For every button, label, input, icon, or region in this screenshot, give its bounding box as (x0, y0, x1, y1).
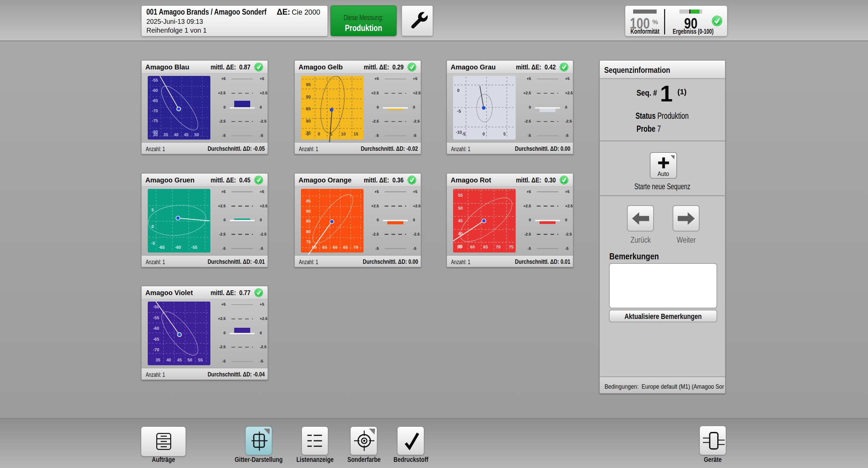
svg-text:95: 95 (306, 82, 311, 87)
svg-text:35: 35 (163, 132, 168, 137)
svg-text:85: 85 (306, 219, 311, 224)
svg-text:65: 65 (483, 245, 488, 249)
svg-text:70: 70 (496, 245, 501, 249)
svg-text:-50: -50 (153, 305, 159, 309)
svg-text:75: 75 (306, 240, 311, 244)
svg-text:55: 55 (198, 358, 203, 362)
svg-text:45: 45 (458, 219, 463, 223)
svg-text:40: 40 (174, 132, 179, 137)
svg-text:35: 35 (156, 358, 160, 362)
svg-text:80: 80 (306, 229, 311, 234)
svg-text:90: 90 (306, 95, 311, 99)
svg-text:70: 70 (354, 245, 358, 249)
svg-text:30: 30 (153, 132, 158, 137)
svg-text:0: 0 (318, 132, 320, 136)
svg-text:-75: -75 (152, 118, 158, 123)
svg-text:5: 5 (330, 132, 332, 136)
svg-text:40: 40 (458, 231, 463, 236)
svg-text:-5: -5 (151, 241, 155, 245)
svg-text:5: 5 (503, 132, 506, 136)
svg-text:0: 0 (151, 224, 154, 229)
svg-text:-60: -60 (152, 88, 158, 93)
svg-text:65: 65 (343, 245, 348, 249)
svg-text:-5: -5 (457, 109, 461, 114)
svg-text:60: 60 (470, 245, 475, 249)
svg-text:55: 55 (457, 245, 462, 249)
svg-text:60: 60 (333, 245, 337, 249)
svg-text:50: 50 (312, 245, 317, 249)
svg-text:15: 15 (354, 132, 358, 136)
svg-text:-10: -10 (456, 130, 462, 135)
svg-text:45: 45 (184, 132, 189, 137)
svg-text:-5: -5 (305, 132, 309, 136)
svg-text:50: 50 (194, 132, 199, 137)
svg-text:0: 0 (483, 132, 485, 136)
svg-text:-70: -70 (152, 109, 158, 113)
svg-text:40: 40 (166, 358, 171, 362)
svg-text:80: 80 (306, 119, 311, 124)
svg-text:55: 55 (458, 193, 463, 197)
svg-text:-65: -65 (152, 98, 158, 103)
svg-text:0: 0 (457, 88, 460, 93)
svg-text:-55: -55 (152, 78, 158, 83)
svg-text:-60: -60 (175, 245, 181, 249)
svg-text:85: 85 (306, 107, 311, 111)
svg-text:-65: -65 (159, 245, 165, 249)
svg-text:-65: -65 (153, 337, 159, 342)
svg-text:-60: -60 (153, 326, 159, 331)
svg-text:-55: -55 (153, 316, 159, 320)
svg-text:-5: -5 (462, 132, 466, 136)
svg-text:45: 45 (177, 358, 182, 362)
svg-text:55: 55 (322, 245, 327, 249)
svg-text:5: 5 (151, 208, 154, 212)
svg-text:50: 50 (458, 206, 463, 211)
svg-text:95: 95 (306, 199, 311, 204)
svg-text:-70: -70 (153, 348, 159, 352)
svg-text:10: 10 (341, 132, 346, 136)
svg-text:50: 50 (188, 358, 192, 362)
svg-text:-55: -55 (191, 245, 197, 249)
svg-text:90: 90 (306, 209, 311, 213)
